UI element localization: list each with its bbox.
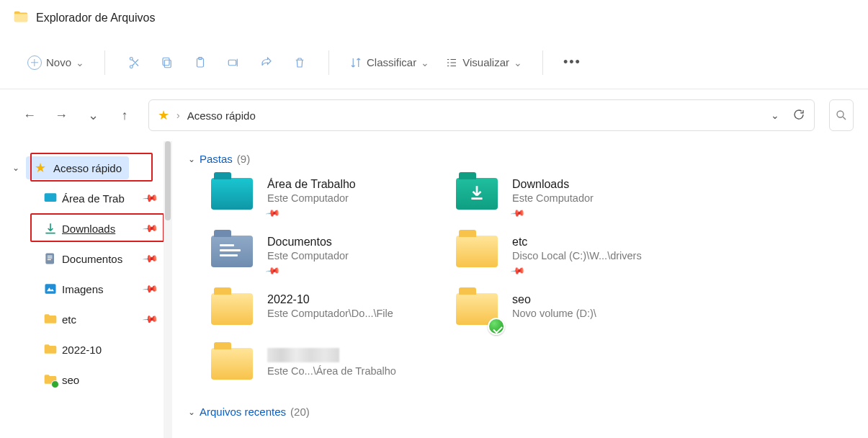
- pictures-icon: [43, 282, 58, 296]
- svg-rect-0: [164, 60, 171, 68]
- sidebar-item-label: Acesso rápido: [53, 162, 122, 174]
- sidebar-item-desktop[interactable]: Área de Trab 📌: [0, 183, 164, 213]
- star-icon: ★: [158, 107, 169, 123]
- more-button[interactable]: •••: [558, 48, 587, 77]
- nav-up-button[interactable]: ↑: [112, 103, 137, 128]
- address-dropdown-button[interactable]: ⌄: [771, 110, 779, 121]
- sort-button[interactable]: Classificar ⌄: [344, 48, 435, 77]
- nav-recent-button[interactable]: ⌄: [81, 103, 105, 128]
- sidebar-item-downloads[interactable]: Downloads 📌: [0, 213, 164, 243]
- folder-icon: [43, 312, 58, 326]
- chevron-down-icon: ⌄: [188, 154, 195, 164]
- download-icon: [43, 221, 58, 236]
- nav-forward-button[interactable]: →: [49, 103, 73, 128]
- sidebar-item-label: Documentos: [62, 253, 122, 265]
- new-button[interactable]: Novo ⌄: [22, 48, 90, 77]
- svg-rect-11: [45, 284, 56, 293]
- tile-title: Área de Trabalho: [267, 178, 427, 191]
- document-icon: [43, 251, 58, 266]
- folder-tiles: Área de Trabalho Este Computador 📌 Downl…: [188, 178, 868, 385]
- svg-rect-7: [45, 254, 54, 264]
- downloads-folder-icon: [456, 178, 501, 215]
- nav-back-button[interactable]: ←: [17, 103, 42, 128]
- ellipsis-icon: •••: [563, 55, 581, 70]
- group-header-recent[interactable]: ⌄ Arquivos recentes (20): [188, 406, 868, 418]
- clipboard-icon: [194, 56, 207, 69]
- tile-subtitle: Este Computador: [267, 250, 427, 262]
- title-bar: Explorador de Arquivos: [0, 0, 868, 36]
- tile-etc[interactable]: etc Disco Local (C:)\W...\drivers 📌: [456, 236, 672, 276]
- nav-row: ← → ⌄ ↑ ★ › Acesso rápido ⌄: [0, 89, 868, 141]
- svg-rect-9: [48, 257, 53, 258]
- pin-icon: 📌: [142, 220, 158, 236]
- toolbar-separator: [542, 50, 543, 75]
- sidebar-scrollbar[interactable]: [164, 141, 172, 438]
- refresh-icon: [792, 108, 805, 121]
- tile-subtitle: Este Computador: [267, 192, 427, 204]
- tile-title: Downloads: [512, 178, 672, 191]
- main-content: ⌄ Pastas (9) Área de Trabalho Este Compu…: [172, 141, 868, 438]
- share-icon: [260, 56, 273, 69]
- toolbar-separator: [104, 50, 105, 75]
- sidebar-item-2022-10[interactable]: 2022-10: [0, 334, 164, 365]
- scissors-icon: [127, 56, 140, 69]
- cut-button[interactable]: [120, 48, 148, 77]
- toolbar-separator: [328, 50, 329, 75]
- pin-icon: 📌: [142, 310, 158, 327]
- folder-icon: [211, 348, 256, 385]
- tile-subtitle: Este Computador: [512, 192, 672, 204]
- search-box[interactable]: [829, 99, 854, 131]
- sidebar-item-etc[interactable]: etc 📌: [0, 304, 164, 334]
- desktop-icon: [43, 191, 58, 205]
- view-button-label: Visualizar: [462, 56, 509, 68]
- chevron-down-icon: ⌄: [10, 163, 22, 173]
- delete-button[interactable]: [285, 48, 314, 77]
- pin-icon: 📌: [265, 205, 281, 221]
- new-button-label: Novo: [46, 56, 71, 68]
- tile-desktop[interactable]: Área de Trabalho Este Computador 📌: [211, 178, 427, 218]
- tile-downloads[interactable]: Downloads Este Computador 📌: [456, 178, 672, 218]
- tile-seo[interactable]: seo Novo volume (D:)\: [456, 293, 672, 331]
- pin-icon: 📌: [510, 205, 526, 221]
- trash-icon: [293, 56, 306, 69]
- sort-icon: [349, 56, 362, 69]
- share-button[interactable]: [252, 48, 281, 77]
- sidebar-item-label: etc: [62, 313, 76, 326]
- sidebar-item-pictures[interactable]: Imagens 📌: [0, 274, 164, 304]
- copy-button[interactable]: [153, 48, 182, 77]
- breadcrumb-separator-icon: ›: [176, 110, 180, 121]
- sidebar-item-quick-access[interactable]: ⌄ ★ Acesso rápido: [0, 153, 164, 183]
- address-bar[interactable]: ★ › Acesso rápido ⌄: [148, 99, 815, 131]
- sidebar: ⌄ ★ Acesso rápido Área de Trab 📌 Downloa…: [0, 141, 164, 438]
- plus-circle-icon: [27, 55, 42, 70]
- paste-button[interactable]: [186, 48, 215, 77]
- desktop-folder-icon: [211, 178, 256, 215]
- chevron-down-icon: ⌄: [76, 57, 84, 68]
- view-button[interactable]: Visualizar ⌄: [439, 48, 528, 77]
- tile-2022-10[interactable]: 2022-10 Este Computador\Do...\File: [211, 293, 427, 331]
- group-label: Pastas: [200, 153, 233, 165]
- folder-icon: [211, 293, 256, 331]
- svg-rect-4: [228, 60, 236, 66]
- svg-rect-10: [48, 259, 51, 260]
- sidebar-item-label: Área de Trab: [62, 192, 125, 205]
- sidebar-item-label: 2022-10: [62, 344, 102, 356]
- chevron-down-icon: ⌄: [188, 407, 195, 417]
- documents-folder-icon: [211, 236, 256, 273]
- tile-subtitle: Novo volume (D:)\: [512, 308, 672, 319]
- star-icon: ★: [33, 161, 48, 175]
- sidebar-item-seo[interactable]: seo: [0, 365, 164, 395]
- tile-title: etc: [512, 236, 672, 249]
- tile-documents[interactable]: Documentos Este Computador 📌: [211, 236, 427, 276]
- refresh-button[interactable]: [792, 108, 805, 123]
- scrollbar-thumb[interactable]: [165, 141, 171, 220]
- sidebar-item-documents[interactable]: Documentos 📌: [0, 243, 164, 274]
- tile-subtitle: Disco Local (C:)\W...\drivers: [512, 250, 672, 262]
- toolbar: Novo ⌄ Classificar ⌄ Visualizar ⌄ •••: [0, 36, 868, 89]
- tile-redacted[interactable]: Este Co...\Área de Trabalho: [211, 348, 427, 385]
- folder-check-icon: [43, 372, 58, 387]
- group-header-folders[interactable]: ⌄ Pastas (9): [188, 153, 868, 165]
- rename-button[interactable]: [219, 48, 248, 77]
- view-icon: [445, 56, 458, 69]
- group-count: (9): [237, 153, 250, 165]
